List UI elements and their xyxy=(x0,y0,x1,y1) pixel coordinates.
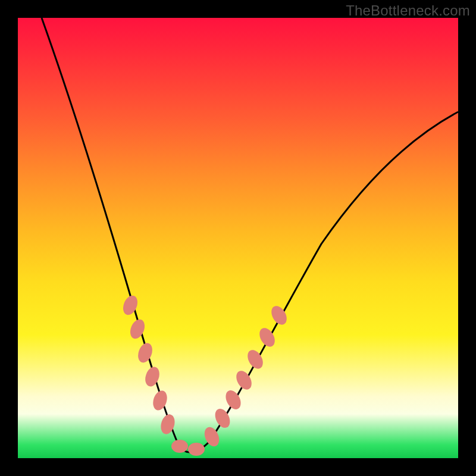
svg-point-0 xyxy=(120,293,140,317)
marker-group xyxy=(120,293,290,456)
svg-point-3 xyxy=(143,365,162,388)
watermark-text: TheBottleneck.com xyxy=(346,2,470,19)
svg-point-6 xyxy=(171,440,188,453)
svg-point-7 xyxy=(188,443,205,456)
chart-frame: TheBottleneck.com xyxy=(0,0,476,476)
svg-point-1 xyxy=(127,317,147,341)
bottleneck-curve xyxy=(18,18,458,458)
svg-point-4 xyxy=(151,389,169,412)
plot-area xyxy=(18,18,458,458)
svg-point-2 xyxy=(136,341,155,364)
